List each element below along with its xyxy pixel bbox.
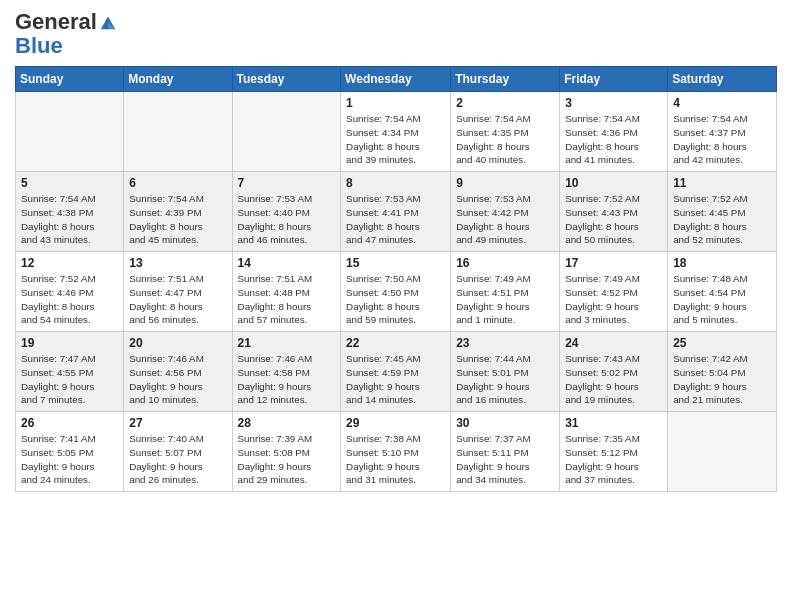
day-number: 30	[456, 416, 554, 430]
page: General Blue SundayMondayTuesdayWednesda…	[0, 0, 792, 502]
day-number: 16	[456, 256, 554, 270]
day-number: 23	[456, 336, 554, 350]
day-info: Sunrise: 7:49 AM Sunset: 4:52 PM Dayligh…	[565, 272, 662, 327]
weekday-header-sunday: Sunday	[16, 67, 124, 92]
day-number: 26	[21, 416, 118, 430]
day-info: Sunrise: 7:44 AM Sunset: 5:01 PM Dayligh…	[456, 352, 554, 407]
calendar-cell	[668, 412, 777, 492]
calendar-cell: 9Sunrise: 7:53 AM Sunset: 4:42 PM Daylig…	[451, 172, 560, 252]
day-info: Sunrise: 7:49 AM Sunset: 4:51 PM Dayligh…	[456, 272, 554, 327]
calendar-cell: 28Sunrise: 7:39 AM Sunset: 5:08 PM Dayli…	[232, 412, 341, 492]
calendar-cell: 13Sunrise: 7:51 AM Sunset: 4:47 PM Dayli…	[124, 252, 232, 332]
calendar-cell: 19Sunrise: 7:47 AM Sunset: 4:55 PM Dayli…	[16, 332, 124, 412]
day-info: Sunrise: 7:47 AM Sunset: 4:55 PM Dayligh…	[21, 352, 118, 407]
weekday-header-wednesday: Wednesday	[341, 67, 451, 92]
day-info: Sunrise: 7:53 AM Sunset: 4:41 PM Dayligh…	[346, 192, 445, 247]
day-info: Sunrise: 7:41 AM Sunset: 5:05 PM Dayligh…	[21, 432, 118, 487]
calendar-cell: 10Sunrise: 7:52 AM Sunset: 4:43 PM Dayli…	[560, 172, 668, 252]
calendar-cell: 18Sunrise: 7:48 AM Sunset: 4:54 PM Dayli…	[668, 252, 777, 332]
calendar-cell: 16Sunrise: 7:49 AM Sunset: 4:51 PM Dayli…	[451, 252, 560, 332]
calendar-cell	[124, 92, 232, 172]
header: General Blue	[15, 10, 777, 58]
day-number: 27	[129, 416, 226, 430]
day-number: 21	[238, 336, 336, 350]
day-info: Sunrise: 7:52 AM Sunset: 4:43 PM Dayligh…	[565, 192, 662, 247]
day-number: 3	[565, 96, 662, 110]
day-number: 5	[21, 176, 118, 190]
day-info: Sunrise: 7:53 AM Sunset: 4:42 PM Dayligh…	[456, 192, 554, 247]
calendar-cell: 15Sunrise: 7:50 AM Sunset: 4:50 PM Dayli…	[341, 252, 451, 332]
calendar-cell: 2Sunrise: 7:54 AM Sunset: 4:35 PM Daylig…	[451, 92, 560, 172]
day-number: 2	[456, 96, 554, 110]
day-info: Sunrise: 7:51 AM Sunset: 4:47 PM Dayligh…	[129, 272, 226, 327]
calendar-cell: 22Sunrise: 7:45 AM Sunset: 4:59 PM Dayli…	[341, 332, 451, 412]
day-number: 12	[21, 256, 118, 270]
day-number: 1	[346, 96, 445, 110]
weekday-header-row: SundayMondayTuesdayWednesdayThursdayFrid…	[16, 67, 777, 92]
day-number: 22	[346, 336, 445, 350]
calendar-cell: 21Sunrise: 7:46 AM Sunset: 4:58 PM Dayli…	[232, 332, 341, 412]
weekday-header-thursday: Thursday	[451, 67, 560, 92]
day-info: Sunrise: 7:51 AM Sunset: 4:48 PM Dayligh…	[238, 272, 336, 327]
day-info: Sunrise: 7:54 AM Sunset: 4:36 PM Dayligh…	[565, 112, 662, 167]
day-info: Sunrise: 7:54 AM Sunset: 4:37 PM Dayligh…	[673, 112, 771, 167]
day-number: 7	[238, 176, 336, 190]
day-info: Sunrise: 7:39 AM Sunset: 5:08 PM Dayligh…	[238, 432, 336, 487]
weekday-header-tuesday: Tuesday	[232, 67, 341, 92]
calendar-cell: 4Sunrise: 7:54 AM Sunset: 4:37 PM Daylig…	[668, 92, 777, 172]
day-info: Sunrise: 7:45 AM Sunset: 4:59 PM Dayligh…	[346, 352, 445, 407]
calendar-cell: 23Sunrise: 7:44 AM Sunset: 5:01 PM Dayli…	[451, 332, 560, 412]
calendar-cell	[232, 92, 341, 172]
day-info: Sunrise: 7:43 AM Sunset: 5:02 PM Dayligh…	[565, 352, 662, 407]
day-number: 6	[129, 176, 226, 190]
logo: General Blue	[15, 10, 117, 58]
day-info: Sunrise: 7:40 AM Sunset: 5:07 PM Dayligh…	[129, 432, 226, 487]
calendar-cell: 26Sunrise: 7:41 AM Sunset: 5:05 PM Dayli…	[16, 412, 124, 492]
logo-blue: Blue	[15, 34, 117, 58]
day-info: Sunrise: 7:54 AM Sunset: 4:35 PM Dayligh…	[456, 112, 554, 167]
calendar-cell: 29Sunrise: 7:38 AM Sunset: 5:10 PM Dayli…	[341, 412, 451, 492]
day-number: 19	[21, 336, 118, 350]
day-info: Sunrise: 7:46 AM Sunset: 4:58 PM Dayligh…	[238, 352, 336, 407]
calendar-cell: 1Sunrise: 7:54 AM Sunset: 4:34 PM Daylig…	[341, 92, 451, 172]
day-number: 10	[565, 176, 662, 190]
day-number: 18	[673, 256, 771, 270]
calendar-cell: 11Sunrise: 7:52 AM Sunset: 4:45 PM Dayli…	[668, 172, 777, 252]
day-number: 11	[673, 176, 771, 190]
day-number: 24	[565, 336, 662, 350]
calendar-week-1: 1Sunrise: 7:54 AM Sunset: 4:34 PM Daylig…	[16, 92, 777, 172]
calendar-week-5: 26Sunrise: 7:41 AM Sunset: 5:05 PM Dayli…	[16, 412, 777, 492]
day-info: Sunrise: 7:54 AM Sunset: 4:39 PM Dayligh…	[129, 192, 226, 247]
calendar-cell: 5Sunrise: 7:54 AM Sunset: 4:38 PM Daylig…	[16, 172, 124, 252]
day-number: 9	[456, 176, 554, 190]
day-info: Sunrise: 7:46 AM Sunset: 4:56 PM Dayligh…	[129, 352, 226, 407]
day-number: 20	[129, 336, 226, 350]
day-number: 8	[346, 176, 445, 190]
weekday-header-friday: Friday	[560, 67, 668, 92]
day-info: Sunrise: 7:54 AM Sunset: 4:38 PM Dayligh…	[21, 192, 118, 247]
calendar-cell: 12Sunrise: 7:52 AM Sunset: 4:46 PM Dayli…	[16, 252, 124, 332]
day-info: Sunrise: 7:37 AM Sunset: 5:11 PM Dayligh…	[456, 432, 554, 487]
day-info: Sunrise: 7:38 AM Sunset: 5:10 PM Dayligh…	[346, 432, 445, 487]
calendar-week-4: 19Sunrise: 7:47 AM Sunset: 4:55 PM Dayli…	[16, 332, 777, 412]
calendar-cell: 3Sunrise: 7:54 AM Sunset: 4:36 PM Daylig…	[560, 92, 668, 172]
calendar-week-3: 12Sunrise: 7:52 AM Sunset: 4:46 PM Dayli…	[16, 252, 777, 332]
calendar-week-2: 5Sunrise: 7:54 AM Sunset: 4:38 PM Daylig…	[16, 172, 777, 252]
day-info: Sunrise: 7:50 AM Sunset: 4:50 PM Dayligh…	[346, 272, 445, 327]
day-info: Sunrise: 7:54 AM Sunset: 4:34 PM Dayligh…	[346, 112, 445, 167]
day-number: 13	[129, 256, 226, 270]
day-number: 4	[673, 96, 771, 110]
day-info: Sunrise: 7:52 AM Sunset: 4:46 PM Dayligh…	[21, 272, 118, 327]
day-number: 31	[565, 416, 662, 430]
day-number: 14	[238, 256, 336, 270]
calendar-cell: 31Sunrise: 7:35 AM Sunset: 5:12 PM Dayli…	[560, 412, 668, 492]
day-info: Sunrise: 7:48 AM Sunset: 4:54 PM Dayligh…	[673, 272, 771, 327]
day-number: 28	[238, 416, 336, 430]
calendar-cell: 30Sunrise: 7:37 AM Sunset: 5:11 PM Dayli…	[451, 412, 560, 492]
logo-general: General	[15, 10, 97, 34]
calendar-cell: 17Sunrise: 7:49 AM Sunset: 4:52 PM Dayli…	[560, 252, 668, 332]
calendar-cell: 20Sunrise: 7:46 AM Sunset: 4:56 PM Dayli…	[124, 332, 232, 412]
calendar-cell	[16, 92, 124, 172]
day-number: 17	[565, 256, 662, 270]
calendar-cell: 6Sunrise: 7:54 AM Sunset: 4:39 PM Daylig…	[124, 172, 232, 252]
